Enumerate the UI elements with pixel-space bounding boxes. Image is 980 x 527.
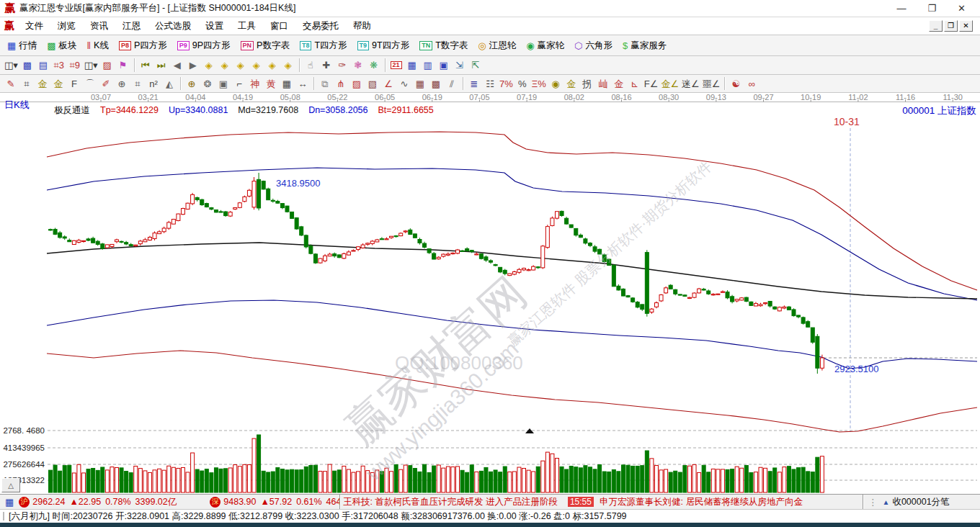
gold-ratio2-icon[interactable]: 金 (50, 76, 66, 91)
diamond-expand-icon[interactable]: ◈ (233, 58, 249, 73)
f10-doc-icon[interactable]: ▤ (35, 58, 51, 73)
gold-tool-icon[interactable]: 金 (564, 76, 579, 91)
gold-coin-icon[interactable]: ◉ (548, 76, 564, 91)
toolbar-winner-wheel-button[interactable]: ◉赢家轮 (522, 38, 569, 53)
crosshair-icon[interactable]: ✚ (318, 58, 334, 73)
diamond-compress-icon[interactable]: ◈ (249, 58, 264, 73)
matrix-angle-icon[interactable]: 噩∠ (701, 76, 722, 91)
toolbar-kline-button[interactable]: ⫴K线 (83, 38, 113, 53)
last-page-icon[interactable]: ⏭ (153, 58, 169, 73)
fan-grid2-icon[interactable]: ▧ (365, 76, 380, 91)
menu-item-设置[interactable]: 设置 (199, 19, 230, 34)
price-box-icon[interactable]: ▦ (412, 76, 428, 91)
diamond-zoom-out-icon[interactable]: ◈ (280, 58, 296, 73)
color-histogram-icon[interactable]: ⚑ (115, 58, 131, 73)
page-back-icon[interactable]: ◀ (169, 58, 185, 73)
toolbar-t-square-button[interactable]: T8T四方形 (295, 38, 352, 53)
toolbar-hexagon-button[interactable]: ⬡六角形 (570, 38, 617, 53)
news-item-2[interactable]: 申万宏源董事长刘健: 居民储蓄将继续从房地产向金 (600, 496, 803, 508)
n2-grid-icon[interactable]: n² (146, 76, 161, 91)
gold-rise-icon[interactable]: 金∠ (659, 76, 680, 91)
mirror-angle-icon[interactable]: ◭ (161, 76, 177, 91)
calendar-21-icon[interactable]: 21 (388, 58, 404, 73)
multi-pct-icon[interactable]: Ξ% (530, 76, 548, 91)
wave-line-icon[interactable]: ∿ (396, 76, 412, 91)
toolbar-p-square-button[interactable]: P8P四方形 (115, 38, 172, 53)
expand-button[interactable]: △ (1, 478, 20, 492)
huang-tool-icon[interactable]: 黄 (263, 76, 279, 91)
fine-grid-icon[interactable]: ⌗ (130, 76, 146, 91)
menu-item-资讯[interactable]: 资讯 (84, 19, 115, 34)
mdi-close-button[interactable]: ✕ (959, 20, 973, 32)
news-ticker[interactable]: 王科技: 首款柯氏音血压计完成研发 进入产品注册阶段 15:55 申万宏源董事长… (339, 495, 863, 509)
time-box-icon[interactable]: ▩ (428, 76, 444, 91)
toolbar-gann-wheel-button[interactable]: ◎江恩轮 (473, 38, 520, 53)
page-forward-icon[interactable]: ▶ (185, 58, 201, 73)
gann-circle-icon[interactable]: ⊕ (184, 76, 200, 91)
menu-item-文件[interactable]: 文件 (19, 19, 50, 34)
menu-item-江恩[interactable]: 江恩 (116, 19, 147, 34)
restore-button[interactable]: ❐ (927, 3, 936, 14)
gold-angle-icon[interactable]: 金 (611, 76, 627, 91)
candle-period-icon[interactable]: ◫▾ (3, 58, 19, 73)
circle-cycle-icon[interactable]: ⊕ (114, 76, 130, 91)
first-page-icon[interactable]: ⏮ (138, 58, 153, 73)
menu-item-交易委托[interactable]: 交易委托 (296, 19, 345, 34)
peak-tool-icon[interactable]: 屾 (595, 76, 611, 91)
parallel-channel-icon[interactable]: ⫽ (444, 76, 460, 91)
menu-item-窗口[interactable]: 窗口 (264, 19, 295, 34)
save-icon[interactable]: ▣ (436, 58, 452, 73)
pattern-window-icon[interactable]: ▩ (19, 58, 35, 73)
menu-item-公式选股[interactable]: 公式选股 (148, 19, 197, 34)
toolbar-t-number-table-button[interactable]: TNT数字表 (415, 38, 472, 53)
menu-item-工具[interactable]: 工具 (231, 19, 262, 34)
shen-tool-icon[interactable]: 神 (247, 76, 263, 91)
pencil-tool-icon[interactable]: ✎ (3, 76, 19, 91)
edit-pen-icon[interactable]: ✑ (334, 58, 350, 73)
l-angle-icon[interactable]: ⊾ (627, 76, 643, 91)
menu-item-浏览[interactable]: 浏览 (51, 19, 82, 34)
ruler-grid-icon[interactable]: ▦ (279, 76, 295, 91)
pattern-x-icon[interactable]: ▨ (99, 58, 115, 73)
range-box-icon[interactable]: ⧉ (317, 76, 333, 91)
chart-9-icon[interactable]: ⌗9 (67, 58, 83, 73)
drag-hand-icon[interactable]: ☝ (303, 58, 318, 73)
gann-tool-pink-icon[interactable]: ❃ (350, 58, 366, 73)
turn-point-icon[interactable]: 拐 (579, 76, 595, 91)
memo-icon[interactable]: ▥ (420, 58, 436, 73)
mdi-minimize-button[interactable]: _ (929, 20, 943, 32)
chart-area[interactable]: 03-0703-2104-0404-1905-0805-2206-0506-19… (0, 93, 980, 494)
gold-ratio-icon[interactable]: 金 (35, 76, 50, 91)
seven-pct-icon[interactable]: 7% (498, 76, 514, 91)
calculator-icon[interactable]: ▦ (404, 58, 420, 73)
diamond-left-icon[interactable]: ◈ (201, 58, 217, 73)
trend-pen-icon[interactable]: ✐ (98, 76, 114, 91)
news-item-1[interactable]: 王科技: 首款柯氏音血压计完成研发 进入产品注册阶段 (343, 496, 558, 508)
volume-list-icon[interactable]: ☷ (482, 76, 498, 91)
chart-3-icon[interactable]: ⌗3 (51, 58, 67, 73)
gann-web-icon[interactable]: ❂ (200, 76, 215, 91)
corner-angle-icon[interactable]: ⌐ (231, 76, 247, 91)
feed-label[interactable]: 收000001分笔 (892, 496, 949, 508)
toolbar-winner-service-button[interactable]: $赢家服务 (618, 38, 671, 53)
diamond-zoom-in-icon[interactable]: ◈ (264, 58, 280, 73)
fan-grid-icon[interactable]: ▨ (349, 76, 365, 91)
fan-lines-icon[interactable]: ⋔ (333, 76, 349, 91)
toolbar-sectors-button[interactable]: ▩板块 (43, 38, 81, 53)
quote-grid-icon[interactable]: ▦ (5, 497, 14, 508)
yinyang-icon[interactable]: ☯ (728, 76, 744, 91)
angle-line-icon[interactable]: ∠ (380, 76, 396, 91)
mdi-restore-button[interactable]: ❐ (944, 20, 958, 32)
stats-table-icon[interactable]: ≣ (466, 76, 482, 91)
pct-icon[interactable]: % (514, 76, 530, 91)
toolbar-p9-square-button[interactable]: P99P四方形 (173, 38, 235, 53)
width-measure-icon[interactable]: ↔ (295, 76, 311, 91)
gann-tool-green-icon[interactable]: ❋ (366, 58, 382, 73)
minimize-button[interactable]: — (896, 3, 906, 14)
fib-grid-icon[interactable]: F (66, 76, 82, 91)
speed-line-icon[interactable]: 迷∠ (680, 76, 701, 91)
toolbar-t9-square-button[interactable]: T99T四方形 (353, 38, 414, 53)
send-report-icon[interactable]: ⇱ (468, 58, 484, 73)
close-button[interactable]: ✕ (958, 3, 966, 14)
export-data-icon[interactable]: ⇲ (452, 58, 468, 73)
